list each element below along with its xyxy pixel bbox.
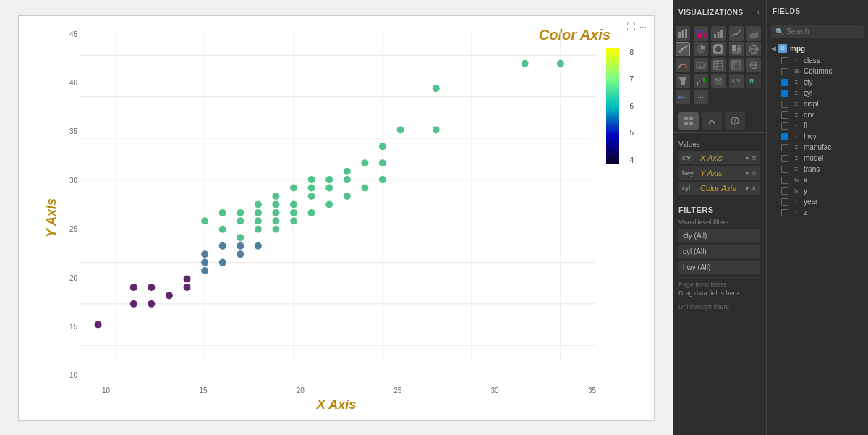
svg-rect-87 [732, 45, 736, 51]
svg-point-55 [326, 176, 333, 183]
field-checkbox-Columns[interactable] [781, 68, 788, 75]
color-axis-chevron[interactable]: ▾ [746, 185, 749, 192]
field-type-icon-class: Σ [791, 57, 801, 64]
more-options-icon[interactable]: ··· [639, 22, 647, 32]
viz-area-chart-icon[interactable] [746, 26, 761, 41]
field-item-drv[interactable]: Σdrv [770, 109, 865, 120]
field-name-class: class [804, 56, 820, 64]
svg-rect-110 [697, 82, 698, 85]
field-item-manufac[interactable]: Σmanufac [770, 142, 865, 153]
svg-text:123: 123 [699, 63, 705, 67]
field-item-model[interactable]: Σmodel [770, 153, 865, 164]
viz-donut-icon[interactable] [711, 42, 726, 56]
filter-hwy[interactable]: hwy (All) [678, 261, 760, 274]
chart-area: ⛶ ··· Color Axis 8 7 6 5 4 Y Axis X Axis… [0, 0, 673, 435]
viz-gauge-icon[interactable] [676, 58, 690, 72]
viz-funnel-icon[interactable] [676, 74, 690, 88]
field-checkbox-x[interactable] [781, 177, 788, 184]
field-type-icon-cty: Σ [791, 79, 801, 85]
y-axis-chevron[interactable]: ▾ [746, 170, 749, 177]
svg-point-32 [237, 234, 244, 241]
field-checkbox-z[interactable] [781, 209, 788, 216]
svg-point-25 [201, 217, 208, 224]
field-checkbox-drv[interactable] [781, 111, 788, 119]
field-checkbox-displ[interactable] [781, 101, 788, 108]
field-type-icon-fl: Σ [791, 122, 801, 129]
svg-point-30 [237, 250, 244, 258]
field-checkbox-cyl[interactable] [781, 90, 788, 97]
field-checkbox-fl[interactable] [781, 122, 788, 130]
field-checkbox-trans[interactable] [781, 166, 788, 173]
viz-analytics-tool[interactable] [725, 112, 745, 130]
field-checkbox-hwy[interactable] [781, 133, 788, 140]
field-checkbox-y[interactable] [781, 187, 788, 195]
svg-point-64 [397, 126, 404, 133]
filter-cyl[interactable]: cyl (All) [678, 245, 760, 258]
viz-panel-title: VISUALIZATIONS [678, 9, 744, 17]
fields-panel-title: FIELDS [773, 7, 801, 15]
x-axis-chevron[interactable]: ▾ [746, 155, 749, 161]
field-item-cyl[interactable]: Σcyl [770, 88, 865, 98]
viz-py-icon[interactable]: R+ [676, 90, 690, 104]
x-axis-ticks: 10 15 20 25 30 35 [102, 387, 596, 394]
svg-rect-72 [697, 33, 699, 38]
viz-scatter-icon active[interactable] [676, 42, 690, 56]
viz-bar-chart-icon[interactable] [676, 26, 690, 41]
viz-pie-icon[interactable] [694, 42, 708, 56]
field-checkbox-model[interactable] [781, 155, 788, 162]
svg-point-47 [290, 200, 297, 208]
color-legend-bar [606, 48, 619, 164]
group-name: mpg [790, 45, 805, 53]
fields-search-box[interactable]: 🔍 [771, 25, 864, 38]
viz-treemap-icon[interactable] [729, 42, 744, 56]
search-input[interactable] [786, 28, 868, 35]
viz-matrix-icon[interactable] [729, 58, 744, 72]
field-checkbox-year[interactable] [781, 198, 788, 206]
svg-point-40 [272, 225, 279, 232]
field-group-mpg[interactable]: ◀ ⊞ mpg [770, 42, 865, 55]
expand-mpg-icon: ◀ [771, 45, 776, 52]
field-item-cty[interactable]: Σcty [770, 77, 865, 88]
field-item-displ[interactable]: Σdispl [770, 98, 865, 109]
viz-kpi-icon[interactable]: KPI [729, 74, 744, 88]
viz-format-tool[interactable] [702, 112, 722, 130]
viz-ellipsis-icon[interactable]: ··· [694, 90, 708, 104]
filter-cty[interactable]: cty (All) [678, 229, 760, 242]
svg-text:R: R [749, 77, 754, 85]
viz-fields-tool[interactable] [678, 112, 699, 130]
viz-globe-icon[interactable] [746, 58, 761, 72]
field-item-y[interactable]: fxy [770, 185, 865, 196]
field-item-fl[interactable]: Σfl [770, 120, 865, 131]
expand-icon[interactable]: ⛶ [626, 22, 635, 32]
field-name-hwy: hwy [804, 132, 817, 140]
field-type-icon-displ: Σ [791, 101, 801, 107]
viz-table-icon[interactable] [711, 58, 726, 72]
field-item-hwy[interactable]: Σhwy [770, 131, 865, 142]
field-item-trans[interactable]: Σtrans [770, 164, 865, 174]
field-item-z[interactable]: Σz [770, 207, 865, 218]
y-axis-ticks: 45 40 35 30 25 20 15 10 [59, 30, 80, 380]
viz-r-icon[interactable]: R [746, 74, 761, 88]
viz-map-icon[interactable] [746, 42, 761, 56]
viz-panel-arrow[interactable]: › [757, 7, 761, 17]
field-checkbox-manufac[interactable] [781, 144, 788, 151]
svg-point-61 [379, 176, 386, 183]
color-axis-remove[interactable]: ✕ [751, 185, 757, 193]
svg-point-53 [326, 200, 333, 208]
svg-point-15 [130, 300, 137, 307]
viz-col-chart-icon[interactable] [711, 26, 726, 41]
field-item-Columns[interactable]: ⊞Columns [770, 66, 865, 77]
field-checkbox-cty[interactable] [781, 79, 788, 86]
x-axis-remove[interactable]: ✕ [751, 154, 757, 162]
viz-waterfall-icon[interactable] [694, 74, 708, 88]
viz-card-icon[interactable]: 123 [694, 58, 708, 72]
viz-line-chart-icon[interactable] [729, 26, 744, 41]
viz-stacked-bar-icon[interactable] [694, 26, 708, 41]
y-axis-remove[interactable]: ✕ [751, 169, 757, 177]
viz-ribbon-icon[interactable] [711, 74, 726, 88]
field-item-x[interactable]: fxx [770, 174, 865, 185]
field-type-icon-manufac: Σ [791, 144, 801, 151]
field-item-class[interactable]: Σclass [770, 55, 865, 66]
field-item-year[interactable]: Σyear [770, 196, 865, 207]
field-checkbox-class[interactable] [781, 57, 788, 64]
